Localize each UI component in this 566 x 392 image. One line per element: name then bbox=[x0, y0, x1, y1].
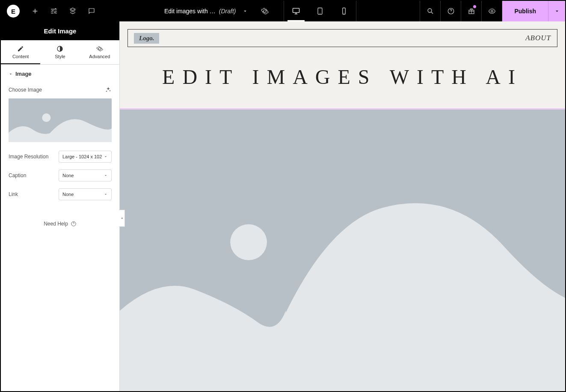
finder-search-button[interactable] bbox=[420, 1, 440, 21]
panel-tabs: Content Style Advanced bbox=[1, 40, 119, 65]
caption-label: Caption bbox=[9, 172, 26, 178]
section-image-label: Image bbox=[15, 71, 32, 77]
tab-advanced-label: Advanced bbox=[89, 54, 110, 59]
svg-point-2 bbox=[320, 13, 321, 14]
choose-image-label: Choose Image bbox=[9, 87, 42, 93]
choose-image-row: Choose Image bbox=[1, 83, 119, 97]
resolution-label: Image Resolution bbox=[9, 154, 48, 160]
choose-image-preview[interactable] bbox=[9, 98, 112, 142]
editor-sidebar: Edit Image Content Style Advanced Image … bbox=[1, 21, 120, 391]
caption-select[interactable]: None bbox=[59, 169, 112, 181]
add-element-button[interactable] bbox=[26, 1, 44, 21]
publish-button[interactable]: Publish bbox=[502, 1, 548, 21]
resolution-row: Image Resolution Large - 1024 x 102 bbox=[1, 147, 119, 166]
ai-sparkle-icon[interactable] bbox=[105, 86, 112, 93]
top-bar: E Edit images with … (Draft) Publish bbox=[1, 1, 565, 21]
link-value: None bbox=[62, 192, 74, 197]
document-status: (Draft) bbox=[219, 8, 236, 15]
topbar-center: Edit images with … (Draft) bbox=[101, 1, 420, 21]
link-label: Link bbox=[9, 191, 18, 197]
link-row: Link None bbox=[1, 185, 119, 204]
link-select[interactable]: None bbox=[59, 188, 112, 200]
need-help-label: Need Help bbox=[44, 221, 68, 227]
image-placeholder[interactable] bbox=[120, 110, 565, 391]
page-settings-button[interactable] bbox=[256, 1, 273, 21]
tab-content-label: Content bbox=[12, 54, 29, 59]
topbar-right: Publish bbox=[420, 1, 565, 21]
device-tablet-button[interactable] bbox=[308, 1, 332, 21]
help-button[interactable] bbox=[440, 1, 461, 21]
tab-style-label: Style bbox=[55, 54, 65, 59]
notification-dot-icon bbox=[473, 5, 476, 8]
svg-point-10 bbox=[42, 113, 50, 122]
document-title: Edit images with … bbox=[164, 8, 216, 15]
svg-point-5 bbox=[428, 9, 432, 12]
resolution-select[interactable]: Large - 1024 x 102 bbox=[59, 151, 112, 163]
collapse-sidebar-handle[interactable] bbox=[119, 210, 125, 227]
site-settings-button[interactable] bbox=[44, 1, 63, 21]
tab-advanced[interactable]: Advanced bbox=[80, 40, 119, 64]
caption-row: Caption None bbox=[1, 166, 119, 185]
nav-about-link[interactable]: ABOUT bbox=[525, 34, 551, 42]
main-area: Edit Image Content Style Advanced Image … bbox=[1, 21, 565, 391]
device-desktop-button[interactable] bbox=[284, 1, 308, 21]
notes-button[interactable] bbox=[82, 1, 101, 21]
section-image-toggle[interactable]: Image bbox=[1, 65, 119, 83]
page-header: Logo. ABOUT bbox=[127, 29, 557, 47]
panel-title: Edit Image bbox=[1, 21, 119, 40]
structure-button[interactable] bbox=[63, 1, 82, 21]
document-dropdown[interactable] bbox=[239, 5, 251, 17]
elementor-logo-icon[interactable]: E bbox=[7, 5, 20, 18]
need-help-link[interactable]: Need Help bbox=[1, 204, 119, 244]
publish-options-button[interactable] bbox=[548, 1, 565, 21]
svg-rect-0 bbox=[293, 8, 299, 12]
whats-new-button[interactable] bbox=[461, 1, 481, 21]
responsive-devices bbox=[284, 1, 356, 21]
svg-point-8 bbox=[491, 10, 493, 12]
site-logo[interactable]: Logo. bbox=[134, 33, 159, 44]
page-heading: EDIT IMAGES WITH AI bbox=[120, 47, 565, 108]
tab-style[interactable]: Style bbox=[40, 40, 80, 64]
topbar-left: E bbox=[1, 1, 101, 21]
svg-point-4 bbox=[344, 13, 345, 14]
resolution-value: Large - 1024 x 102 bbox=[62, 154, 102, 159]
tab-content[interactable]: Content bbox=[1, 40, 40, 64]
canvas-preview[interactable]: Logo. ABOUT EDIT IMAGES WITH AI bbox=[120, 21, 565, 391]
preview-button[interactable] bbox=[481, 1, 502, 21]
svg-point-13 bbox=[230, 224, 267, 260]
device-mobile-button[interactable] bbox=[332, 1, 356, 21]
caption-value: None bbox=[62, 173, 74, 178]
